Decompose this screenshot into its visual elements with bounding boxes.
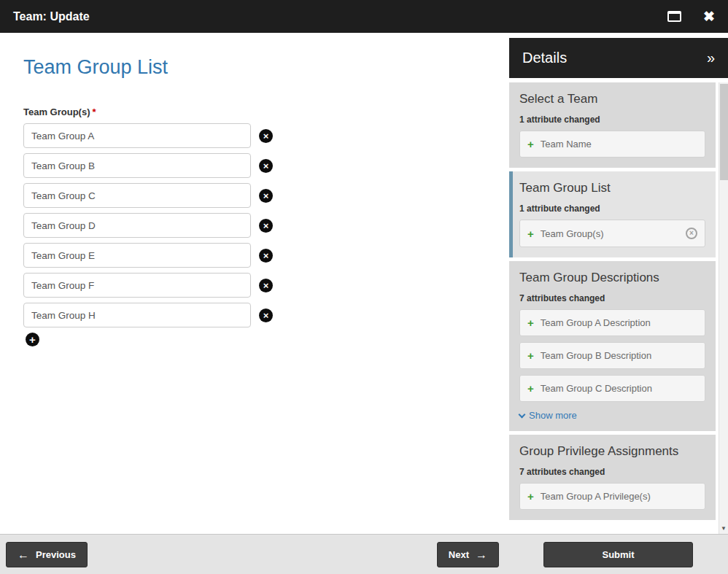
section-group-privilege-assignments: Group Privilege Assignments 7 attributes… <box>509 435 716 520</box>
page-title: Team Group List <box>23 56 509 79</box>
field-label-text: Team Group(s) <box>23 106 90 117</box>
team-group-row: × <box>23 123 509 148</box>
added-plus-icon: + <box>527 139 534 150</box>
team-group-row: × <box>23 243 509 268</box>
attr-card-description-c[interactable]: + Team Group C Description <box>519 375 705 402</box>
attr-card-description-a[interactable]: + Team Group A Description <box>519 309 705 336</box>
details-body: Select a Team 1 attribute changed + Team… <box>509 82 716 534</box>
arrow-left-icon: ← <box>18 549 29 561</box>
team-group-row: × <box>23 183 509 208</box>
section-team-group-list: Team Group List 1 attribute changed + Te… <box>509 171 716 257</box>
titlebar-actions: ✖ <box>667 9 715 23</box>
required-marker: * <box>93 106 96 117</box>
section-select-a-team: Select a Team 1 attribute changed + Team… <box>509 82 716 168</box>
attr-label: Team Group A Description <box>541 317 651 328</box>
footer-bar: ← Previous Next → Submit <box>0 534 728 574</box>
add-icon[interactable]: + <box>26 333 39 346</box>
added-plus-icon: + <box>527 350 534 361</box>
changed-count: 7 attributes changed <box>519 467 705 477</box>
show-more-link[interactable]: Show more <box>519 410 705 421</box>
previous-button-label: Previous <box>36 549 76 560</box>
team-group-input-4[interactable] <box>23 243 251 268</box>
team-group-input-5[interactable] <box>23 273 251 298</box>
team-group-input-6[interactable] <box>23 303 251 327</box>
section-team-group-descriptions: Team Group Descriptions 7 attributes cha… <box>509 261 716 431</box>
chevron-down-icon <box>519 411 526 418</box>
details-sidebar: Details » Select a Team 1 attribute chan… <box>509 33 728 534</box>
remove-icon[interactable]: × <box>259 219 273 233</box>
added-plus-icon: + <box>527 383 534 394</box>
deselect-icon[interactable]: × <box>686 228 697 239</box>
remove-icon[interactable]: × <box>259 129 273 143</box>
attr-card-team-groups[interactable]: + Team Group(s) × <box>519 220 705 247</box>
team-group-input-0[interactable] <box>23 123 251 148</box>
added-plus-icon: + <box>527 317 534 328</box>
details-title: Details <box>522 50 567 66</box>
arrow-right-icon: → <box>476 549 487 561</box>
details-header: Details » <box>509 38 728 78</box>
remove-icon[interactable]: × <box>259 249 273 263</box>
changed-count: 7 attributes changed <box>519 293 705 303</box>
team-group-row: × <box>23 273 509 298</box>
team-group-row: × <box>23 213 509 238</box>
section-title: Team Group Descriptions <box>519 271 705 285</box>
section-title: Team Group List <box>519 181 705 195</box>
maximize-icon[interactable] <box>667 11 681 22</box>
team-group-input-1[interactable] <box>23 153 251 178</box>
titlebar: Team: Update ✖ <box>0 0 728 33</box>
add-row: + <box>26 333 509 346</box>
changed-count: 1 attribute changed <box>519 115 705 125</box>
attr-label: Team Group C Description <box>541 383 652 394</box>
attr-label: Team Group B Description <box>541 350 651 361</box>
remove-icon[interactable]: × <box>259 279 273 292</box>
changed-count: 1 attribute changed <box>519 203 705 214</box>
team-group-row: × <box>23 303 509 327</box>
added-plus-icon: + <box>527 228 534 239</box>
submit-button-label: Submit <box>602 549 634 560</box>
attr-card-privileges-a[interactable]: + Team Group A Privilege(s) <box>519 483 705 510</box>
sidebar-scrollbar[interactable]: ▼ <box>719 82 728 534</box>
attr-label: Team Group(s) <box>541 228 604 239</box>
attr-label: Team Group A Privilege(s) <box>541 491 651 502</box>
team-group-row: × <box>23 153 509 178</box>
attr-card-description-b[interactable]: + Team Group B Description <box>519 342 705 369</box>
close-icon[interactable]: ✖ <box>703 9 715 23</box>
attr-card-team-name[interactable]: + Team Name <box>519 131 705 158</box>
window-title: Team: Update <box>13 10 90 23</box>
main-panel: Team Group List Team Group(s)* × × × × ×… <box>0 33 509 534</box>
team-group-input-2[interactable] <box>23 183 251 208</box>
submit-button[interactable]: Submit <box>543 542 693 567</box>
next-button[interactable]: Next → <box>437 542 499 567</box>
section-title: Select a Team <box>519 92 705 106</box>
scrollbar-thumb[interactable] <box>720 84 728 180</box>
collapse-chevrons-icon[interactable]: » <box>707 50 715 66</box>
show-more-label: Show more <box>529 410 577 421</box>
remove-icon[interactable]: × <box>259 309 273 322</box>
scroll-down-arrow-icon[interactable]: ▼ <box>719 523 728 534</box>
attr-label: Team Name <box>541 139 592 150</box>
team-group-input-3[interactable] <box>23 213 251 238</box>
added-plus-icon: + <box>527 491 534 502</box>
next-button-label: Next <box>449 549 469 560</box>
remove-icon[interactable]: × <box>259 189 273 203</box>
remove-icon[interactable]: × <box>259 159 273 173</box>
field-label: Team Group(s)* <box>23 106 509 117</box>
previous-button[interactable]: ← Previous <box>6 542 88 567</box>
section-title: Group Privilege Assignments <box>519 444 705 459</box>
